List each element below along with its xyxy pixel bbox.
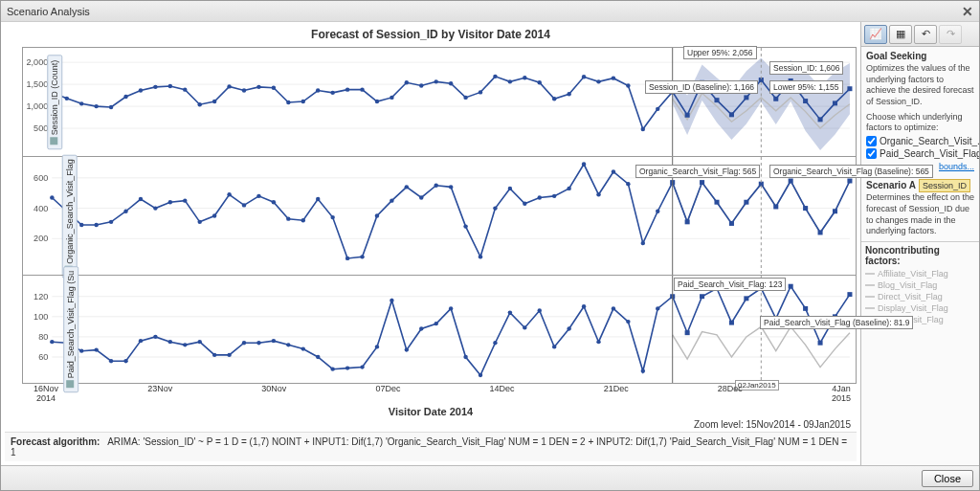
x-tick-label: 14Dec [490,384,515,404]
goal-seeking-section: Goal Seeking Optimizes the values of the… [861,47,979,175]
svg-rect-60 [803,99,808,103]
svg-point-34 [419,83,423,87]
svg-rect-126 [847,179,852,184]
svg-point-23 [256,85,260,89]
scenario-badge: Session_ID [919,179,970,192]
svg-point-143 [139,339,143,343]
x-tick-label: 07Dec [375,384,400,404]
svg-point-95 [390,198,393,202]
svg-rect-121 [773,204,778,209]
ylabel-organic[interactable]: Organic_Search_Visit_Flag [62,154,78,278]
svg-point-173 [582,304,586,308]
chk-organic[interactable]: Organic_Search_Visit_... [866,136,974,146]
svg-point-102 [493,206,497,210]
svg-point-113 [656,210,659,213]
svg-point-98 [434,184,437,188]
svg-point-84 [227,192,231,196]
plot-organic[interactable]: 200400600 [23,157,856,275]
bounds-link[interactable]: bounds... [939,162,974,171]
noncontributing-section: Noncontributing factors: Affiliate_Visit… [861,241,979,465]
svg-point-13 [109,105,113,109]
choose-factors-text: Choose which underlying factors to optim… [866,112,974,134]
svg-point-103 [508,187,512,190]
svg-point-97 [419,195,423,199]
close-icon[interactable]: ✕ [962,4,973,19]
table-icon[interactable]: ▦ [889,25,912,44]
svg-rect-62 [833,100,837,105]
close-button[interactable]: Close [922,470,973,487]
svg-point-154 [301,346,305,350]
svg-point-170 [538,308,542,312]
svg-point-146 [183,343,187,346]
svg-point-169 [523,325,526,329]
svg-point-111 [626,182,630,186]
chk-paid[interactable]: Paid_Search_Visit_Flag [866,148,974,159]
noncontributing-heading: Noncontributing factors: [865,245,975,266]
svg-text:2,000: 2,000 [27,57,49,67]
svg-point-78 [139,197,143,201]
ylabel-paid[interactable]: Paid_Search_Visit_Flag (Su [63,266,78,392]
chart-line-icon[interactable]: 📈 [864,25,887,44]
svg-rect-61 [818,117,823,122]
svg-point-35 [434,79,437,83]
svg-point-139 [79,349,83,353]
svg-point-46 [596,79,600,83]
noncontributing-item: Social_Visit_Flag [865,314,975,325]
undo-icon[interactable]: ↶ [914,25,937,44]
svg-point-10 [65,97,69,100]
scenario-heading: Scenario A [866,180,916,190]
svg-point-148 [212,353,216,357]
plot-paid[interactable]: 6080100120 [23,276,856,383]
svg-point-158 [360,365,364,368]
svg-text:80: 80 [38,332,48,342]
svg-point-101 [479,255,482,258]
chart-area: Forecast of Session_ID by Visitor Date 2… [1,22,860,465]
svg-rect-183 [729,321,734,325]
svg-point-155 [316,355,320,359]
ylabel-session-id[interactable]: Session_ID (Count) [47,55,62,149]
svg-point-175 [612,306,615,310]
zoom-level-text: Zoom level: 15Nov2014 - 09Jan2015 [5,417,857,432]
svg-point-22 [242,88,246,92]
svg-point-153 [286,343,290,346]
svg-text:100: 100 [33,312,48,322]
panel-organic: Organic_Search_Visit_Flag 200400600 Orga… [22,156,857,275]
scenario-text: Determines the effect on the forecast of… [866,192,974,237]
x-axis-title: Visitor Date 2014 [5,406,857,417]
svg-point-75 [94,223,98,227]
svg-point-45 [582,75,586,78]
noncontributing-list: Affiliate_Visit_FlagBlog_Visit_FlagDirec… [865,268,975,325]
svg-point-44 [567,92,570,96]
svg-point-178 [656,306,659,310]
svg-point-33 [405,80,409,84]
redo-icon[interactable]: ↷ [939,25,962,44]
svg-point-74 [79,223,83,227]
svg-point-164 [449,306,453,310]
svg-point-174 [596,340,600,344]
svg-point-19 [197,102,201,106]
svg-point-177 [641,369,645,373]
pin-icon [50,137,57,145]
titlebar: Scenario Analysis ✕ [1,1,979,22]
x-tick-label: 30Nov [261,384,286,404]
svg-point-40 [508,79,512,83]
svg-point-141 [109,359,113,363]
svg-point-106 [552,194,556,198]
goal-seeking-heading: Goal Seeking [866,51,974,61]
svg-point-11 [79,101,83,105]
x-tick-label: 28Dec [718,384,743,404]
svg-text:120: 120 [33,292,48,301]
svg-rect-119 [744,200,748,205]
svg-rect-187 [789,284,793,289]
svg-point-107 [567,187,570,190]
svg-point-80 [168,200,172,204]
plot-session-id[interactable]: 5001,0001,5002,000 [23,48,856,156]
chk-organic-input[interactable] [866,136,877,146]
chk-paid-input[interactable] [866,148,877,159]
svg-point-161 [405,347,409,351]
svg-point-42 [538,80,542,84]
svg-text:500: 500 [33,123,48,133]
svg-point-30 [360,87,364,91]
svg-rect-184 [744,296,748,301]
svg-point-16 [153,85,157,89]
